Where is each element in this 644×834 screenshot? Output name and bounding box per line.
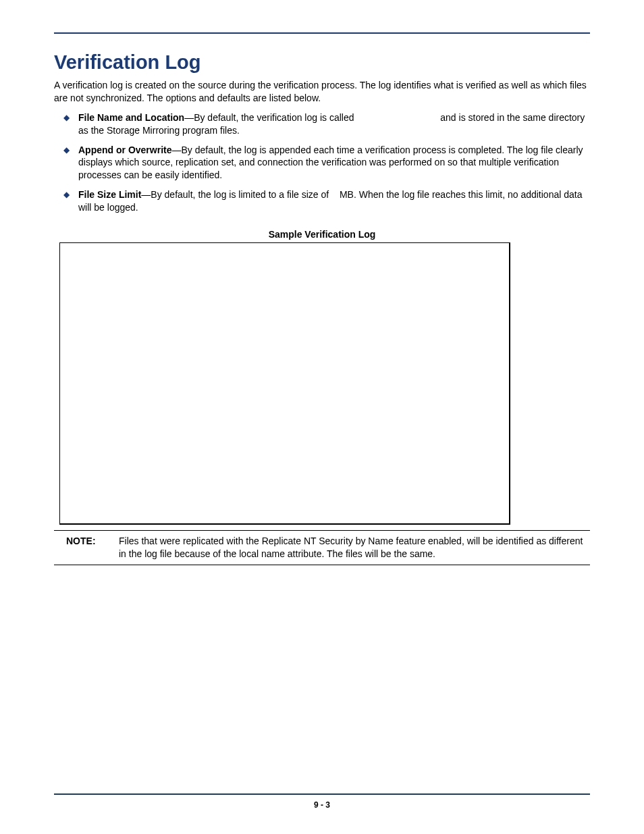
top-rule <box>54 32 590 34</box>
page: Verification Log A verification log is c… <box>0 0 644 834</box>
page-number: 9 - 3 <box>0 800 644 810</box>
page-title: Verification Log <box>54 51 590 74</box>
note-block: NOTE: Files that were replicated with th… <box>54 530 590 565</box>
note-body: Files that were replicated with the Repl… <box>119 535 590 561</box>
list-item: ◆ Append or Overwrite—By default, the lo… <box>54 144 590 182</box>
intro-paragraph: A verification log is created on the sou… <box>54 79 590 105</box>
diamond-icon: ◆ <box>63 147 70 153</box>
sample-log-box <box>59 242 510 525</box>
diamond-icon: ◆ <box>63 114 70 121</box>
list-item: ◆ File Name and Location—By default, the… <box>54 111 590 137</box>
diamond-icon: ◆ <box>63 191 70 198</box>
bullet-text-before: —By default, the log is limited to a fil… <box>141 189 331 200</box>
sample-caption: Sample Verification Log <box>54 229 590 240</box>
note-label: NOTE: <box>54 535 119 561</box>
bullet-label: File Name and Location <box>78 112 184 123</box>
bullet-label: File Size Limit <box>78 189 141 200</box>
bullet-label: Append or Overwrite <box>78 145 171 155</box>
list-item: ◆ File Size Limit—By default, the log is… <box>54 188 590 214</box>
bullet-list: ◆ File Name and Location—By default, the… <box>54 111 590 214</box>
bottom-rule <box>54 793 590 795</box>
bullet-text-before: —By default, the verification log is cal… <box>184 112 356 123</box>
